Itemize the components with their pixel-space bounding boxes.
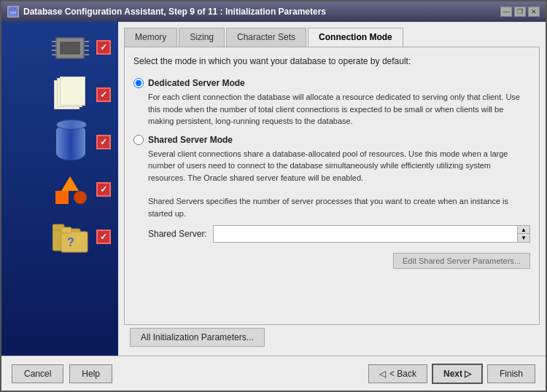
bottom-right: ◁ < Back Next ▷ Finish: [368, 364, 535, 384]
panel-item-docs: ✓: [9, 77, 111, 113]
folders-icon-container: ?: [50, 219, 90, 255]
main-content: ✓ ✓ ✓: [1, 22, 546, 356]
shared-mode-text: Shared Server Mode: [148, 135, 233, 145]
content-area: Select the mode in which you want your d…: [124, 47, 540, 325]
shared-server-note: Shared Servers specifies the number of s…: [133, 195, 530, 219]
checkmark-badge-3: ✓: [96, 135, 111, 149]
svg-rect-3: [61, 42, 79, 54]
next-chevron-icon: ▷: [465, 369, 471, 379]
shared-server-input[interactable]: [214, 227, 517, 241]
next-label: Next: [443, 369, 462, 379]
back-button[interactable]: ◁ < Back: [368, 364, 427, 383]
shapes-icon-container: [50, 171, 90, 208]
dedicated-mode-label[interactable]: Dedicated Server Mode: [133, 78, 530, 88]
tab-character-sets[interactable]: Character Sets: [226, 28, 306, 47]
left-panel: ✓ ✓ ✓: [1, 22, 118, 356]
help-button[interactable]: Help: [69, 364, 112, 383]
all-params-button[interactable]: All Initialization Parameters...: [130, 328, 265, 347]
dedicated-mode-desc: For each client connection the database …: [133, 91, 530, 128]
dedicated-mode-text: Dedicated Server Mode: [148, 78, 245, 88]
tab-connection-mode[interactable]: Connection Mode: [308, 28, 403, 47]
all-params-area: All Initialization Parameters...: [124, 325, 540, 350]
shared-mode-label[interactable]: Shared Server Mode: [133, 135, 530, 145]
back-label: < Back: [389, 369, 416, 379]
restore-button[interactable]: ❐: [514, 7, 526, 17]
panel-item-shapes: ✓: [9, 171, 111, 208]
bottom-left: Cancel Help: [12, 364, 112, 383]
tab-bar: Memory Sizing Character Sets Connection …: [124, 28, 540, 47]
window-title: Database Configuration Assistant, Step 9…: [23, 7, 326, 17]
svg-text:?: ?: [67, 236, 74, 248]
spinner-buttons: ▲ ▼: [517, 226, 529, 242]
finish-button[interactable]: Finish: [487, 364, 535, 383]
chip-icon-container: [50, 29, 90, 66]
cancel-button[interactable]: Cancel: [12, 364, 63, 383]
spinner-up-button[interactable]: ▲: [518, 226, 529, 234]
checkmark-badge-5: ✓: [96, 230, 111, 244]
close-button[interactable]: ✕: [528, 7, 540, 17]
back-chevron-icon: ◁: [379, 369, 386, 379]
shared-mode-radio[interactable]: [133, 135, 144, 145]
titlebar: Database Configuration Assistant, Step 9…: [1, 1, 546, 22]
minimize-button[interactable]: —: [500, 7, 512, 17]
svg-rect-1: [11, 8, 15, 11]
dedicated-mode-radio[interactable]: [133, 78, 144, 88]
panel-item-folders: ? ✓: [9, 219, 111, 255]
svg-marker-12: [61, 176, 79, 191]
checkmark-badge-1: ✓: [96, 40, 111, 55]
shared-server-section: Shared Servers specifies the number of s…: [133, 195, 530, 269]
shared-server-label: Shared Server:: [148, 229, 207, 239]
checkmark-badge-2: ✓: [96, 87, 111, 102]
docs-icon-container: [50, 77, 90, 113]
right-panel: Memory Sizing Character Sets Connection …: [118, 22, 546, 356]
main-window: Database Configuration Assistant, Step 9…: [0, 0, 547, 392]
tab-sizing[interactable]: Sizing: [179, 28, 225, 47]
checkmark-badge-4: ✓: [96, 182, 111, 197]
tab-memory[interactable]: Memory: [124, 28, 177, 47]
panel-item-chip: ✓: [9, 29, 111, 66]
shared-mode-option: Shared Server Mode Several client connec…: [133, 135, 530, 184]
shared-server-row: Shared Server: ▲ ▼: [133, 225, 530, 243]
dedicated-mode-option: Dedicated Server Mode For each client co…: [133, 78, 530, 128]
svg-rect-17: [61, 232, 88, 252]
description-text: Select the mode in which you want your d…: [133, 56, 530, 66]
svg-rect-18: [61, 227, 71, 233]
next-button[interactable]: Next ▷: [432, 364, 483, 384]
titlebar-left: Database Configuration Assistant, Step 9…: [7, 6, 326, 17]
svg-rect-13: [55, 191, 69, 204]
panel-item-cylinder: ✓: [9, 124, 111, 160]
bottom-bar: Cancel Help ◁ < Back Next ▷ Finish: [1, 356, 546, 391]
app-icon: [7, 6, 19, 17]
cylinder-icon-container: [50, 124, 90, 160]
titlebar-controls: — ❐ ✕: [500, 7, 540, 17]
shared-server-input-container: ▲ ▼: [213, 225, 530, 243]
spinner-down-button[interactable]: ▼: [518, 234, 529, 242]
edit-shared-server-button[interactable]: Edit Shared Server Parameters...: [393, 253, 530, 269]
svg-point-14: [74, 191, 87, 204]
shared-mode-desc: Several client connections share a datab…: [133, 148, 530, 184]
